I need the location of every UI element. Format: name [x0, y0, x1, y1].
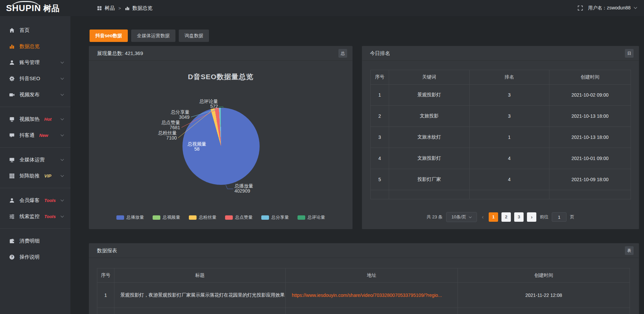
sidebar-item-label: 视频发布	[19, 92, 40, 98]
col-created: 创建时间	[549, 70, 631, 85]
legend-item-fans[interactable]: 总粉丝量	[189, 214, 216, 220]
video-url-link[interactable]: https://www.iesdouyin.com/share/video/70…	[292, 293, 442, 298]
legend-item-plays[interactable]: 总播放量	[116, 214, 144, 220]
app-grid-icon	[97, 6, 102, 11]
sidebar-item-label: 线索监控	[19, 213, 40, 220]
overview-panel-header: 展现量总数: 421,369 总	[89, 46, 353, 61]
total-toggle-button[interactable]: 总	[338, 49, 347, 58]
logo-cn: 树品	[43, 4, 59, 13]
sidebar-item-member-baoke[interactable]: 会员爆客 Tools	[0, 192, 70, 208]
sidebar-item-consumption-detail[interactable]: 消费明细	[0, 233, 70, 249]
breadcrumb-root[interactable]: 树品	[105, 5, 115, 11]
chevron-down-icon[interactable]	[634, 6, 637, 9]
col-index: 序号	[97, 268, 114, 283]
page-button-2[interactable]: 2	[501, 212, 511, 222]
sidebar-item-operation-guide[interactable]: ? 操作说明	[0, 249, 70, 265]
sidebar-item-home[interactable]: 首页	[0, 22, 70, 38]
table-toggle-button[interactable]: 表	[625, 246, 634, 255]
chevron-down-icon	[61, 214, 64, 218]
video-camera-icon	[9, 92, 15, 98]
pie-label-fans: 总粉丝量7100	[158, 130, 177, 141]
legend-item-likes[interactable]: 总点赞量	[225, 214, 253, 220]
tools-badge: Tools	[44, 198, 56, 203]
grid-icon	[9, 173, 15, 179]
sidebar-item-label: 全媒体运营	[19, 157, 45, 163]
col-keyword: 关键词	[389, 70, 470, 85]
table-row: 5 投影灯厂家 4 2021-10-09 18:00	[371, 169, 631, 190]
sidebar-item-label: 矩阵助推	[19, 173, 40, 179]
sidebar-item-matrix-boost[interactable]: 矩阵助推 VIP	[0, 168, 70, 184]
top-header: SHUPIN树品 树品 > 数据总览 用户名：zswodun88	[0, 0, 644, 16]
sidebar-item-label: 抖客通	[19, 132, 35, 139]
sidebar-item-label: 消费明细	[19, 238, 40, 244]
pie-label-comments: 总评论量572	[199, 99, 218, 109]
page-size-select[interactable]: 10条/页	[446, 212, 477, 222]
legend-swatch	[153, 215, 160, 220]
bar-chart-icon	[9, 44, 15, 49]
day-toggle-button[interactable]: 日	[625, 49, 634, 58]
tab-inquiry-data[interactable]: 询盘数据	[179, 30, 209, 42]
svg-text:?: ?	[11, 255, 13, 259]
impressions-total: 展现量总数: 421,369	[97, 50, 143, 56]
legend-item-comments[interactable]: 总评论量	[298, 214, 325, 220]
table-row-empty	[371, 190, 631, 199]
chevron-down-icon	[61, 133, 64, 137]
next-page-button[interactable]: ›	[527, 212, 536, 222]
ranking-panel: 今日排名 日 序号 关键词 排名 创建时间 1 景观投影灯 3 2021-10-…	[362, 46, 639, 229]
bar-chart-icon	[125, 6, 130, 11]
legend-swatch	[225, 215, 233, 220]
new-badge: New	[39, 133, 48, 138]
sidebar-divider	[0, 228, 70, 229]
report-panel: 数据报表 表 序号 标题 地址 创建时间 1 景观投影灯，夜游景观投影灯厂家展示…	[89, 243, 639, 314]
logo-en: SHUPIN	[6, 3, 41, 13]
table-row: 4 文旅投影灯 4 2021-10-01 09:00	[371, 148, 631, 169]
chevron-down-icon	[469, 215, 472, 218]
pie-label-shares: 总分享量3049	[171, 110, 190, 120]
sidebar-item-label: 抖音SEO	[19, 75, 40, 82]
table-row-partial	[97, 308, 630, 314]
sidebar-item-douyin-seo[interactable]: 抖音SEO	[0, 70, 70, 87]
page-button-1[interactable]: 1	[489, 212, 498, 222]
chevron-down-icon	[61, 158, 64, 161]
main-content: 抖音seo数据 全媒体运营数据 询盘数据 展现量总数: 421,369 总 D音…	[70, 16, 644, 314]
pie-label-plays: 总播放量402909	[234, 184, 253, 194]
legend-item-shares[interactable]: 总分享量	[261, 214, 289, 220]
header-right: 用户名：zswodun88	[578, 0, 637, 16]
sidebar-item-media-operation[interactable]: 全媒体运营	[0, 152, 70, 168]
sidebar-item-douketong[interactable]: 抖客通 New	[0, 127, 70, 143]
table-header-row: 序号 关键词 排名 创建时间	[371, 70, 631, 85]
sidebar-item-account[interactable]: 账号管理	[0, 54, 70, 70]
sidebar-item-video-heat[interactable]: 视频加热 Hot	[0, 111, 70, 127]
sidebar-item-video-publish[interactable]: 视频发布	[0, 87, 70, 103]
prev-page-button[interactable]: ‹	[480, 214, 486, 220]
legend-swatch	[261, 215, 269, 220]
sidebar-item-label: 操作说明	[19, 254, 40, 260]
breadcrumb: 树品 > 数据总览	[97, 0, 153, 16]
table-row: 1 景观投影灯 3 2021-10-02 09:00	[371, 85, 631, 106]
sidebar-item-data-overview[interactable]: 数据总览	[0, 38, 70, 54]
col-index: 序号	[371, 70, 389, 85]
goto-page-input[interactable]	[552, 212, 567, 222]
video-url-cell: https://www.iesdouyin.com/share/video/70…	[286, 283, 458, 308]
page-button-3[interactable]: 3	[514, 212, 524, 222]
legend-item-videos[interactable]: 总视频量	[153, 214, 180, 220]
tab-media-operation-data[interactable]: 全媒体运营数据	[131, 30, 175, 42]
sidebar: 首页 数据总览 账号管理 抖音SEO 视频发布 视频加热 Hot 抖	[0, 16, 70, 314]
home-icon	[9, 28, 15, 33]
wallet-icon	[9, 238, 15, 244]
vip-badge: VIP	[44, 173, 51, 178]
pie-label-videos: 总视频量58	[187, 142, 207, 152]
chart-legend: 总播放量 总视频量 总粉丝量 总点赞量 总分享量 总评论量	[89, 214, 353, 220]
pagination-total: 共 23 条	[427, 214, 443, 220]
sidebar-item-clue-monitor[interactable]: 线索监控 Tools	[0, 208, 70, 224]
chevron-down-icon	[61, 60, 64, 64]
user-dropdown[interactable]: 用户名：zswodun88	[588, 5, 631, 11]
col-url: 地址	[286, 268, 458, 283]
pagination: 共 23 条 10条/页 ‹ 1 2 3 › 前往 页	[362, 212, 639, 222]
monitor-icon	[9, 157, 15, 163]
tab-douyin-seo-data[interactable]: 抖音seo数据	[90, 30, 128, 42]
pie-label-likes: 总点赞量7681	[161, 120, 180, 130]
sidebar-item-label: 账号管理	[19, 59, 40, 66]
fullscreen-icon[interactable]	[578, 5, 583, 11]
video-title-cell: 景观投影灯，夜游景观投影灯厂家展示展示落花灯在花园里的灯光投影应用效果 #	[114, 283, 286, 308]
